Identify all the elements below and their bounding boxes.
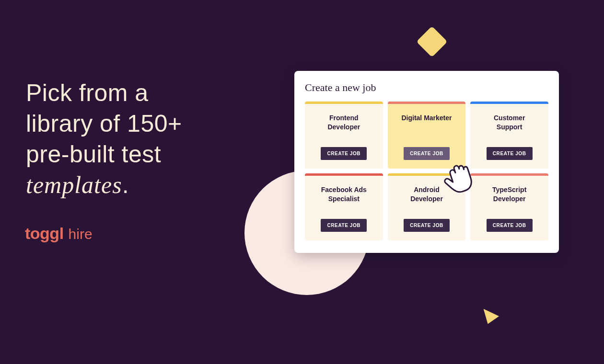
job-template-card[interactable]: TypeScript DeveloperCREATE JOB bbox=[470, 173, 548, 240]
decoration-diamond bbox=[416, 26, 447, 57]
job-template-title: Digital Marketer bbox=[401, 114, 452, 123]
create-job-button[interactable]: CREATE JOB bbox=[487, 147, 533, 160]
create-job-button[interactable]: CREATE JOB bbox=[404, 219, 450, 232]
create-job-button[interactable]: CREATE JOB bbox=[321, 219, 367, 232]
create-job-button[interactable]: CREATE JOB bbox=[404, 147, 450, 160]
logo-toggl-text: toggl bbox=[25, 224, 64, 243]
headline: Pick from a library of 150+ pre-built te… bbox=[26, 78, 275, 200]
job-template-title: TypeScript Developer bbox=[492, 185, 526, 204]
job-template-title: Frontend Developer bbox=[327, 114, 360, 132]
job-template-card[interactable]: Android DeveloperCREATE JOB bbox=[388, 173, 466, 240]
headline-line-4-italic: templates bbox=[26, 171, 122, 198]
job-template-title: Android Developer bbox=[410, 185, 443, 204]
create-job-button[interactable]: CREATE JOB bbox=[321, 147, 367, 160]
brand-logo: toggl hire bbox=[25, 224, 93, 243]
create-job-button[interactable]: CREATE JOB bbox=[487, 219, 533, 232]
headline-line-4-tail: . bbox=[122, 171, 129, 198]
job-template-grid: Frontend DeveloperCREATE JOBDigital Mark… bbox=[305, 102, 548, 240]
headline-line-2: library of 150+ bbox=[26, 110, 182, 137]
job-template-title: Facebook Ads Specialist bbox=[321, 185, 367, 204]
job-template-card[interactable]: Customer SupportCREATE JOB bbox=[470, 102, 548, 169]
logo-hire-text: hire bbox=[69, 226, 93, 242]
create-job-panel: Create a new job Frontend DeveloperCREAT… bbox=[294, 71, 559, 253]
job-template-title: Customer Support bbox=[494, 114, 525, 132]
panel-title: Create a new job bbox=[305, 81, 548, 94]
headline-line-3: pre-built test bbox=[26, 141, 161, 168]
job-template-card[interactable]: Frontend DeveloperCREATE JOB bbox=[305, 102, 383, 169]
job-template-card[interactable]: Digital MarketerCREATE JOB bbox=[388, 102, 466, 169]
headline-line-1: Pick from a bbox=[26, 80, 149, 106]
job-template-card[interactable]: Facebook Ads SpecialistCREATE JOB bbox=[305, 173, 383, 240]
